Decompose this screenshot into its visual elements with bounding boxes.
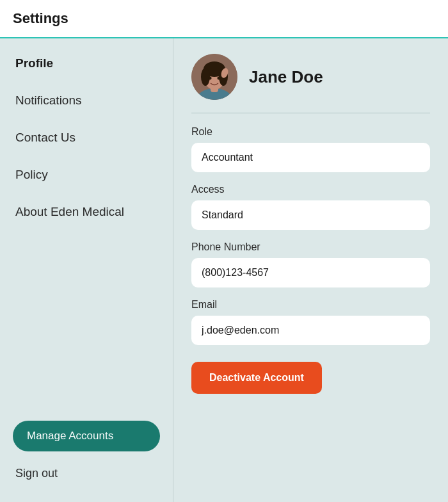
avatar-image — [191, 54, 237, 100]
main-content: Profile Notifications Contact Us Policy … — [0, 38, 448, 502]
deactivate-account-button[interactable]: Deactivate Account — [191, 362, 322, 394]
header: Settings — [0, 0, 448, 38]
email-label: Email — [191, 299, 430, 311]
manage-accounts-button[interactable]: Manage Accounts — [13, 421, 160, 451]
sidebar-bottom: Manage Accounts Sign out — [0, 410, 173, 502]
phone-input[interactable] — [191, 258, 430, 287]
phone-label: Phone Number — [191, 241, 430, 253]
svg-point-8 — [218, 77, 221, 80]
sidebar: Profile Notifications Contact Us Policy … — [0, 38, 173, 502]
sidebar-item-notifications[interactable]: Notifications — [0, 82, 173, 119]
user-name: Jane Doe — [249, 67, 323, 87]
page-title: Settings — [13, 10, 68, 26]
role-input[interactable] — [191, 143, 430, 172]
sidebar-item-contact-us[interactable]: Contact Us — [0, 119, 173, 156]
sidebar-item-profile[interactable]: Profile — [0, 45, 173, 82]
role-field-group: Role — [191, 126, 430, 172]
email-input[interactable] — [191, 316, 430, 345]
user-header: Jane Doe — [191, 54, 430, 100]
role-label: Role — [191, 126, 430, 138]
avatar — [191, 54, 237, 100]
app-container: Settings Profile Notifications Contact U… — [0, 0, 448, 502]
email-field-group: Email — [191, 299, 430, 345]
profile-content: Jane Doe Role Access Phone Number Emai — [173, 38, 448, 502]
access-label: Access — [191, 184, 430, 195]
phone-field-group: Phone Number — [191, 241, 430, 287]
sidebar-item-policy[interactable]: Policy — [0, 156, 173, 193]
sidebar-item-about[interactable]: About Eden Medical — [0, 193, 173, 231]
access-input[interactable] — [191, 200, 430, 230]
access-field-group: Access — [191, 184, 430, 230]
svg-point-5 — [201, 68, 210, 86]
svg-point-7 — [209, 77, 212, 80]
sign-out-item[interactable]: Sign out — [13, 458, 160, 489]
sidebar-nav: Profile Notifications Contact Us Policy … — [0, 45, 173, 410]
profile-divider — [191, 113, 430, 113]
